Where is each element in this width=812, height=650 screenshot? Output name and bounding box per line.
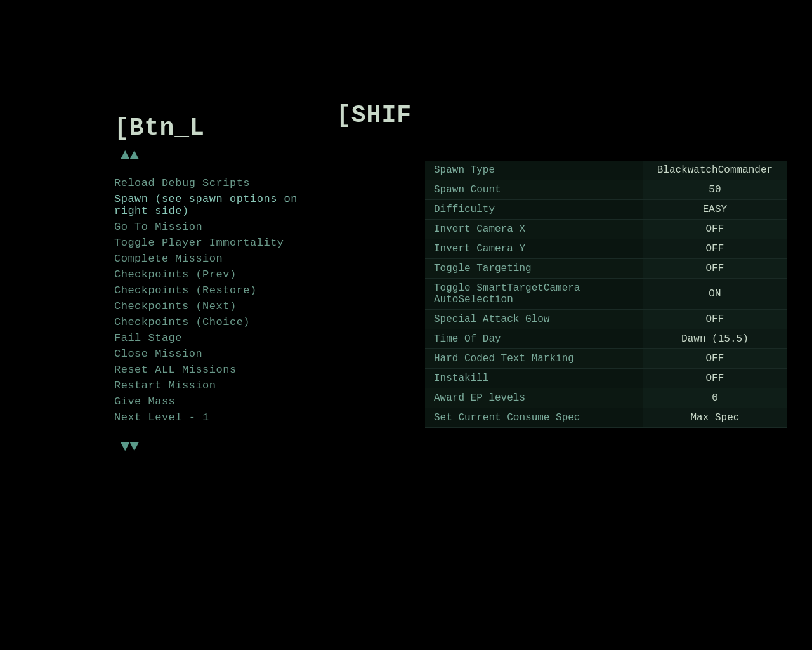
menu-item-checkpoints-next[interactable]: Checkpoints (Next): [114, 298, 336, 314]
settings-row[interactable]: InstakillOFF: [425, 369, 787, 388]
main-container: [Btn_L ▲▲ Reload Debug ScriptsSpawn (see…: [0, 0, 812, 650]
menu-item-reset-all-missions[interactable]: Reset ALL Missions: [114, 362, 336, 378]
settings-row[interactable]: Time Of DayDawn (15.5): [425, 329, 787, 349]
settings-value: 50: [643, 180, 787, 200]
settings-value: 0: [643, 388, 787, 408]
settings-value: OFF: [643, 220, 787, 239]
settings-value: EASY: [643, 200, 787, 220]
settings-value: ON: [643, 279, 787, 310]
settings-value: OFF: [643, 310, 787, 329]
menu-item-next-level[interactable]: Next Level - 1: [114, 409, 336, 425]
settings-table: Spawn TypeBlackwatchCommanderSpawn Count…: [425, 161, 787, 428]
settings-key: Toggle Targeting: [425, 259, 643, 279]
settings-row[interactable]: Award EP levels0: [425, 388, 787, 408]
settings-key: Hard Coded Text Marking: [425, 349, 643, 369]
left-key-label: [Btn_L: [114, 114, 205, 142]
settings-row[interactable]: Toggle TargetingOFF: [425, 259, 787, 279]
menu-item-checkpoints-choice[interactable]: Checkpoints (Choice): [114, 314, 336, 330]
menu-item-complete-mission[interactable]: Complete Mission: [114, 251, 336, 267]
settings-row[interactable]: Spawn TypeBlackwatchCommander: [425, 161, 787, 180]
settings-value: OFF: [643, 349, 787, 369]
settings-row[interactable]: Toggle SmartTargetCamera AutoSelectionON: [425, 279, 787, 310]
settings-key: Invert Camera X: [425, 220, 643, 239]
settings-row[interactable]: DifficultyEASY: [425, 200, 787, 220]
menu-item-give-mass[interactable]: Give Mass: [114, 394, 336, 409]
settings-row[interactable]: Special Attack GlowOFF: [425, 310, 787, 329]
scroll-down-icon[interactable]: ▼▼: [121, 438, 139, 455]
menu-item-restart-mission[interactable]: Restart Mission: [114, 378, 336, 394]
settings-row[interactable]: Invert Camera XOFF: [425, 220, 787, 239]
settings-key: Toggle SmartTargetCamera AutoSelection: [425, 279, 643, 310]
settings-key: Instakill: [425, 369, 643, 388]
settings-value: Max Spec: [643, 408, 787, 428]
settings-key: Spawn Type: [425, 161, 643, 180]
menu-item-fail-stage[interactable]: Fail Stage: [114, 330, 336, 346]
menu-list: Reload Debug ScriptsSpawn (see spawn opt…: [114, 175, 336, 425]
settings-value: OFF: [643, 369, 787, 388]
menu-item-go-to-mission[interactable]: Go To Mission: [114, 219, 336, 235]
settings-key: Set Current Consume Spec: [425, 408, 643, 428]
menu-item-spawn[interactable]: Spawn (see spawn options on right side): [114, 191, 336, 219]
menu-item-checkpoints-prev[interactable]: Checkpoints (Prev): [114, 267, 336, 282]
settings-row[interactable]: Set Current Consume SpecMax Spec: [425, 408, 787, 428]
settings-key: Time Of Day: [425, 329, 643, 349]
settings-key: Special Attack Glow: [425, 310, 643, 329]
settings-row[interactable]: Spawn Count50: [425, 180, 787, 200]
settings-value: Dawn (15.5): [643, 329, 787, 349]
menu-item-close-mission[interactable]: Close Mission: [114, 346, 336, 362]
settings-value: BlackwatchCommander: [643, 161, 787, 180]
settings-value: OFF: [643, 259, 787, 279]
settings-key: Award EP levels: [425, 388, 643, 408]
left-panel: [Btn_L ▲▲ Reload Debug ScriptsSpawn (see…: [0, 0, 336, 650]
right-panel: [SHIF Spawn TypeBlackwatchCommanderSpawn…: [336, 0, 812, 650]
scroll-up-icon[interactable]: ▲▲: [121, 147, 139, 164]
settings-key: Invert Camera Y: [425, 239, 643, 259]
menu-item-toggle-player-immortality[interactable]: Toggle Player Immortality: [114, 235, 336, 251]
settings-row[interactable]: Invert Camera YOFF: [425, 239, 787, 259]
settings-key: Difficulty: [425, 200, 643, 220]
right-key-label: [SHIF: [336, 102, 412, 129]
menu-item-checkpoints-restore[interactable]: Checkpoints (Restore): [114, 282, 336, 298]
settings-value: OFF: [643, 239, 787, 259]
settings-key: Spawn Count: [425, 180, 643, 200]
settings-row[interactable]: Hard Coded Text MarkingOFF: [425, 349, 787, 369]
menu-item-reload-debug-scripts[interactable]: Reload Debug Scripts: [114, 175, 336, 191]
